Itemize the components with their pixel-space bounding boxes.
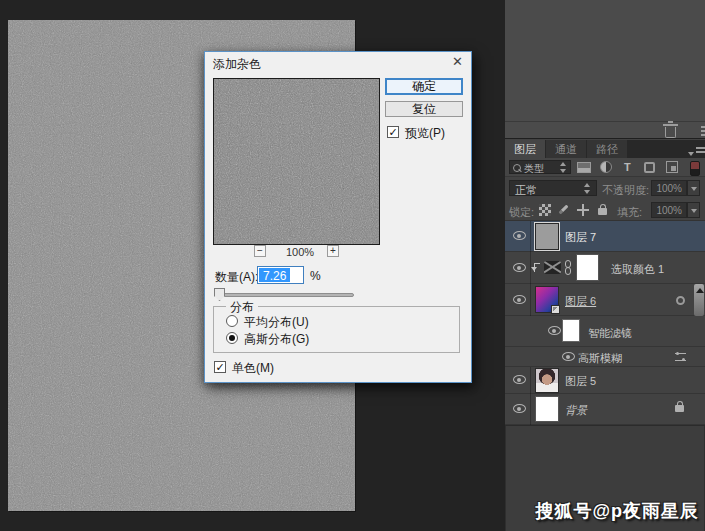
amount-slider-track[interactable] (214, 293, 354, 297)
photoshop-window: 添加杂色 ✕ − 100% + 数量(A): 7.26 % 分布 平均分布(U)… (0, 0, 705, 531)
layer-row-background[interactable]: 背景 (505, 394, 705, 425)
noise-preview[interactable] (213, 78, 380, 245)
reset-button[interactable]: 复位 (385, 101, 463, 117)
filter-smart-objects-icon[interactable] (666, 161, 678, 173)
layer-mask-thumbnail[interactable] (576, 254, 599, 281)
mask-link-icon[interactable] (564, 260, 573, 275)
fill-label: 填充: (617, 205, 642, 220)
watermark: 搜狐号@p夜雨星辰 (535, 499, 699, 523)
preview-noise-image (214, 79, 379, 244)
smart-object-badge-icon (551, 305, 560, 314)
layer-name[interactable]: 智能滤镜 (588, 326, 632, 341)
uniform-radio-label[interactable]: 平均分布(U) (244, 314, 309, 331)
divider (530, 221, 531, 252)
layer-row-layer7[interactable]: 图层 7 (505, 221, 705, 252)
filter-type-layers-icon[interactable]: T (624, 161, 631, 173)
gaussian-radio-label[interactable]: 高斯分布(G) (244, 331, 309, 348)
lock-transparency-icon[interactable] (539, 204, 551, 216)
layer-row-gaussian-blur[interactable]: 高斯模糊 (505, 347, 705, 367)
layer-name[interactable]: 图层 7 (565, 230, 596, 245)
blend-mode-dropdown[interactable]: 正常 (509, 180, 597, 196)
trash-icon[interactable] (665, 127, 676, 138)
opacity-label: 不透明度: (602, 183, 649, 198)
layer-thumbnail[interactable] (535, 396, 559, 422)
lock-row: 锁定: 填充: 100% (505, 199, 705, 221)
layer-thumbnail[interactable] (535, 368, 559, 393)
divider (505, 121, 705, 122)
layer-name[interactable]: 选取颜色 1 (611, 262, 664, 277)
opacity-dropdown-icon[interactable] (687, 180, 700, 196)
amount-slider-thumb[interactable] (214, 288, 225, 301)
lock-position-icon[interactable] (577, 204, 589, 216)
blend-mode-value: 正常 (515, 183, 537, 198)
zoom-out-button[interactable]: − (254, 245, 266, 257)
layer-row-layer6[interactable]: 图层 6 (505, 284, 705, 316)
layer-name[interactable]: 图层 5 (565, 374, 596, 389)
visibility-eye-icon[interactable] (513, 295, 526, 304)
amount-label: 数量(A): (215, 269, 258, 286)
layer-name[interactable]: 图层 6 (565, 294, 596, 309)
amount-input[interactable]: 7.26 (257, 266, 304, 284)
upper-panel (505, 0, 705, 139)
fill-dropdown-icon[interactable] (687, 202, 700, 218)
panel-tab-bar: 图层 通道 路径 (505, 140, 705, 158)
divider (530, 394, 531, 425)
divider (530, 284, 531, 316)
blend-mode-row: 正常 不透明度: 100% (505, 177, 705, 199)
layer-thumbnail[interactable] (535, 223, 559, 250)
tab-layers[interactable]: 图层 (505, 140, 545, 158)
smart-filter-indicator-icon[interactable] (676, 296, 685, 305)
clipping-mask-arrow-icon (534, 263, 543, 272)
smart-filter-mask-thumbnail[interactable] (562, 319, 580, 342)
smart-filters-collapse-icon[interactable] (696, 288, 704, 293)
preview-checkbox[interactable] (387, 126, 399, 138)
preview-checkbox-label: 预览(P) (405, 125, 445, 142)
zoom-in-button[interactable]: + (327, 245, 339, 257)
lock-pixels-icon[interactable] (559, 205, 569, 215)
layer-filter-bar: 类型 T (505, 158, 705, 177)
close-icon[interactable]: ✕ (452, 55, 463, 69)
filter-pixel-layers-icon[interactable] (577, 162, 591, 173)
filter-shape-layers-icon[interactable] (644, 162, 655, 173)
layer-row-layer5[interactable]: 图层 5 (505, 367, 705, 394)
lock-all-icon[interactable] (598, 208, 607, 215)
filter-adjustment-layers-icon[interactable] (600, 161, 612, 173)
tab-channels[interactable]: 通道 (546, 140, 586, 158)
visibility-eye-icon[interactable] (513, 231, 526, 240)
layer-row-selective-color[interactable]: 选取颜色 1 (505, 252, 705, 284)
monochromatic-label: 单色(M) (232, 360, 274, 377)
add-noise-dialog: 添加杂色 ✕ − 100% + 数量(A): 7.26 % 分布 平均分布(U)… (204, 51, 472, 383)
opacity-value[interactable]: 100% (651, 180, 687, 196)
visibility-eye-icon[interactable] (548, 326, 561, 335)
visibility-eye-icon[interactable] (513, 263, 526, 272)
ok-button[interactable]: 确定 (385, 78, 463, 95)
dialog-title: 添加杂色 (213, 56, 261, 73)
distribution-group: 分布 平均分布(U) 高斯分布(G) (213, 306, 460, 353)
layer-row-smart-filters[interactable]: 智能滤镜 (505, 316, 705, 347)
fill-value[interactable]: 100% (651, 202, 687, 218)
tab-paths[interactable]: 路径 (587, 140, 627, 158)
zoom-level: 100% (277, 246, 323, 258)
panel-flyout-menu-icon[interactable] (688, 146, 705, 158)
visibility-eye-icon[interactable] (513, 375, 526, 384)
visibility-eye-icon[interactable] (562, 352, 575, 361)
filter-blending-options-icon[interactable] (675, 353, 686, 361)
filtering-toggle-switch[interactable] (690, 161, 700, 176)
adjustment-layer-icon[interactable] (544, 261, 561, 274)
background-lock-icon (675, 405, 684, 412)
uniform-radio[interactable] (226, 315, 238, 327)
layer-name[interactable]: 背景 (565, 403, 587, 418)
search-icon (513, 164, 521, 172)
panel-menu-icon[interactable] (701, 126, 705, 136)
gaussian-radio[interactable] (226, 332, 238, 344)
amount-unit: % (310, 269, 321, 283)
smart-object-thumbnail[interactable] (535, 286, 559, 313)
layer-name[interactable]: 高斯模糊 (578, 351, 622, 366)
monochromatic-checkbox[interactable] (214, 361, 226, 373)
divider (530, 367, 531, 394)
visibility-eye-icon[interactable] (513, 404, 526, 413)
filter-kind-label: 类型 (524, 162, 544, 176)
lock-label: 锁定: (509, 205, 534, 220)
filter-kind-dropdown[interactable]: 类型 (509, 160, 571, 174)
amount-value: 7.26 (259, 268, 290, 282)
